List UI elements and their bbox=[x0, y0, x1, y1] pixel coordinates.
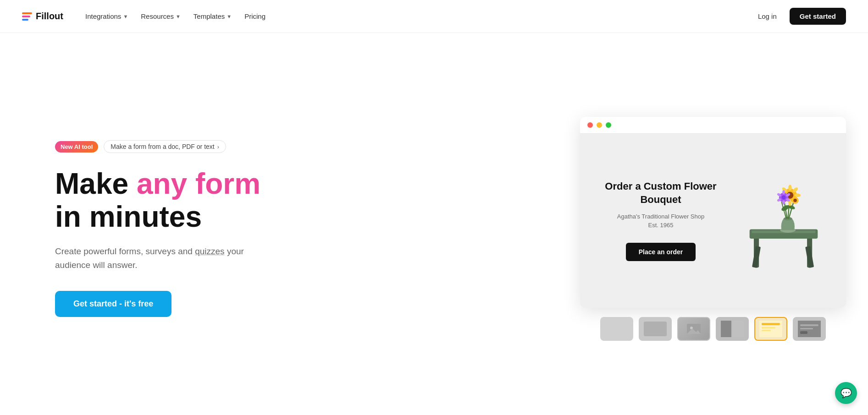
svg-rect-46 bbox=[800, 331, 807, 334]
thumbnail-5-active[interactable] bbox=[754, 317, 787, 341]
browser-content: Order a Custom Flower Bouquet Agatha's T… bbox=[580, 134, 846, 308]
flower-bench-svg bbox=[738, 161, 829, 280]
thumbnail-2[interactable] bbox=[639, 317, 672, 341]
chevron-down-icon: ▼ bbox=[227, 14, 232, 19]
svg-point-25 bbox=[781, 195, 785, 199]
svg-rect-42 bbox=[762, 330, 771, 331]
form-subtitle: Agatha's Traditional Flower Shop Est. 19… bbox=[597, 212, 725, 230]
thumbnail-4[interactable] bbox=[716, 317, 749, 341]
chevron-down-icon: ▼ bbox=[123, 14, 128, 19]
hero-right: Order a Custom Flower Bouquet Agatha's T… bbox=[580, 117, 846, 341]
hero-sub-part1: Create powerful forms, surveys and bbox=[55, 246, 195, 256]
logo[interactable]: Fillout bbox=[22, 11, 63, 22]
svg-rect-38 bbox=[733, 321, 744, 337]
quizzes-link[interactable]: quizzes bbox=[195, 246, 224, 256]
headline-in-minutes: in minutes bbox=[55, 200, 202, 233]
ai-badge-row: New AI tool Make a form from a doc, PDF … bbox=[55, 140, 266, 153]
headline-highlight: any form bbox=[137, 167, 260, 200]
thumbnail-1[interactable] bbox=[600, 317, 633, 341]
nav-right: Log in Get started bbox=[752, 8, 846, 25]
ai-tool-link[interactable]: Make a form from a doc, PDF or text › bbox=[104, 140, 226, 153]
headline-make: Make bbox=[55, 167, 137, 200]
hero-left: New AI tool Make a form from a doc, PDF … bbox=[55, 140, 266, 317]
svg-rect-41 bbox=[762, 327, 775, 328]
ai-badge: New AI tool bbox=[55, 141, 98, 153]
form-title: Order a Custom Flower Bouquet bbox=[597, 180, 725, 206]
svg-point-18 bbox=[795, 193, 801, 197]
nav-resources[interactable]: Resources ▼ bbox=[135, 9, 186, 24]
navbar: Fillout Integrations ▼ Resources ▼ Templ… bbox=[0, 0, 868, 33]
hero-cta-button[interactable]: Get started - it's free bbox=[55, 291, 171, 317]
browser-dot-yellow bbox=[597, 122, 602, 128]
hero-section: New AI tool Make a form from a doc, PDF … bbox=[0, 33, 868, 415]
logo-text: Fillout bbox=[36, 11, 63, 22]
logo-bar-blue bbox=[22, 19, 28, 21]
split-layout-icon bbox=[721, 321, 744, 337]
thumb-2-inner bbox=[644, 322, 667, 336]
nav-templates[interactable]: Templates ▼ bbox=[188, 9, 237, 24]
get-started-nav-button[interactable]: Get started bbox=[790, 8, 846, 25]
svg-point-26 bbox=[782, 190, 785, 194]
logo-bar-pink bbox=[22, 16, 30, 17]
browser-dot-green bbox=[606, 122, 611, 128]
yellow-layout-icon bbox=[759, 321, 782, 337]
form-preview-card: Order a Custom Flower Bouquet Agatha's T… bbox=[597, 180, 725, 261]
hero-subtext: Create powerful forms, surveys and quizz… bbox=[55, 245, 266, 273]
ai-tool-link-label: Make a form from a doc, PDF or text bbox=[111, 143, 214, 150]
svg-rect-45 bbox=[800, 328, 813, 329]
svg-point-33 bbox=[793, 198, 796, 202]
logo-icon bbox=[22, 12, 32, 21]
svg-point-29 bbox=[782, 200, 785, 204]
form-place-order-button[interactable]: Place an order bbox=[626, 243, 696, 261]
nav-pricing[interactable]: Pricing bbox=[239, 9, 271, 24]
dark-layout-icon bbox=[798, 321, 821, 337]
browser-mockup: Order a Custom Flower Bouquet Agatha's T… bbox=[580, 117, 846, 308]
template-thumbnails bbox=[580, 317, 846, 341]
browser-dot-red bbox=[587, 122, 593, 128]
chevron-down-icon: ▼ bbox=[176, 14, 181, 19]
thumb-3-img bbox=[678, 318, 709, 340]
svg-rect-40 bbox=[762, 323, 780, 325]
svg-rect-37 bbox=[721, 321, 731, 337]
flower-bench-illustration bbox=[729, 161, 829, 280]
arrow-right-icon: › bbox=[217, 143, 219, 150]
thumbnail-6[interactable] bbox=[793, 317, 826, 341]
chat-bubble-button[interactable]: 💬 bbox=[835, 382, 857, 404]
chat-icon: 💬 bbox=[840, 388, 852, 399]
svg-rect-44 bbox=[800, 324, 818, 326]
nav-links: Integrations ▼ Resources ▼ Templates ▼ P… bbox=[80, 9, 271, 24]
image-icon bbox=[687, 324, 701, 334]
svg-rect-2 bbox=[752, 246, 761, 268]
hero-headline: Make any formin minutes bbox=[55, 168, 266, 233]
thumbnail-3[interactable] bbox=[677, 317, 710, 341]
login-button[interactable]: Log in bbox=[752, 9, 782, 24]
nav-integrations[interactable]: Integrations ▼ bbox=[80, 9, 133, 24]
svg-point-16 bbox=[788, 185, 791, 191]
form-shop-year: Est. 1965 bbox=[648, 222, 674, 229]
browser-bar bbox=[580, 117, 846, 134]
logo-bar-orange bbox=[22, 12, 32, 14]
nav-left: Fillout Integrations ▼ Resources ▼ Templ… bbox=[22, 9, 271, 24]
form-shop-name: Agatha's Traditional Flower Shop bbox=[617, 213, 704, 220]
svg-rect-3 bbox=[805, 246, 814, 268]
